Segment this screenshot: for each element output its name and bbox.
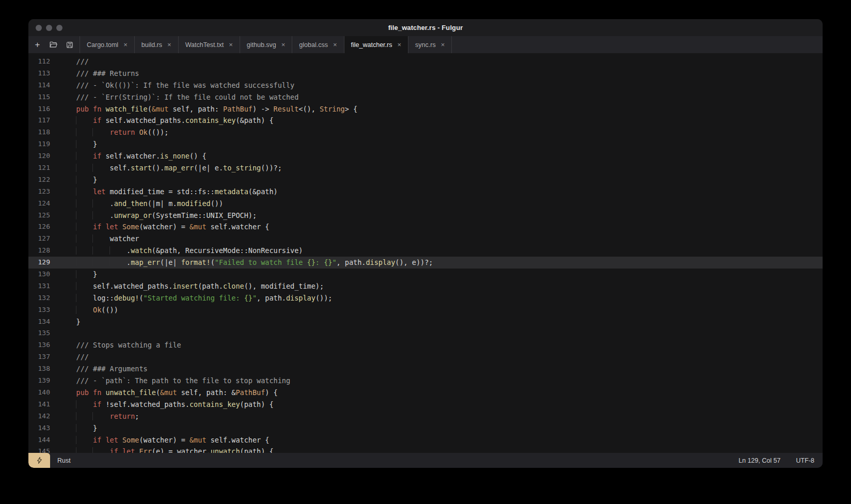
code-text: if let Some(watcher) = &mut self.watcher… [50, 434, 269, 446]
code-line[interactable]: 129 .map_err(|e| format!("Failed to watc… [28, 257, 823, 269]
code-line[interactable]: 118 return Ok(()); [28, 127, 823, 138]
editor-window: file_watcher.rs - Fulgur + Cargo.toml× [28, 19, 823, 468]
code-line[interactable]: 141 if !self.watched_paths.contains_key(… [28, 399, 823, 411]
code-line[interactable]: 128 .watch(&path, RecursiveMode::NonRecu… [28, 245, 823, 257]
code-line[interactable]: 119 } [28, 138, 823, 150]
code-line[interactable]: 116 pub fn watch_file(&mut self, path: P… [28, 103, 823, 115]
tab-close-icon[interactable]: × [229, 41, 233, 48]
code-line[interactable]: 143 } [28, 422, 823, 434]
cursor-position[interactable]: Ln 129, Col 57 [738, 457, 780, 464]
window-controls [36, 19, 62, 36]
line-number: 114 [28, 80, 50, 91]
tab-close-icon[interactable]: × [167, 41, 171, 48]
code-text: .map_err(|e| format!("Failed to watch fi… [50, 257, 433, 269]
code-text: /// [50, 351, 89, 363]
tab-WatchTest.txt[interactable]: WatchTest.txt× [179, 36, 240, 53]
code-text: pub fn unwatch_file(&mut self, path: &Pa… [50, 387, 278, 399]
code-line[interactable]: 127 watcher [28, 233, 823, 245]
close-window-button[interactable] [36, 25, 42, 31]
code-line[interactable]: 125 .unwrap_or(SystemTime::UNIX_EPOCH); [28, 210, 823, 222]
code-text: self.watched_paths.insert(path.clone(), … [50, 280, 324, 292]
code-line[interactable]: 130 } [28, 269, 823, 280]
code-text: /// - `Err(String)`: If the file could n… [50, 91, 298, 103]
code-line[interactable]: 114 /// - `Ok(())`: If the file was watc… [28, 80, 823, 91]
indent-guide [59, 176, 76, 184]
indent-guide [59, 234, 93, 243]
code-line[interactable]: 120 if self.watcher.is_none() { [28, 150, 823, 162]
tab-build.rs[interactable]: build.rs× [135, 36, 179, 53]
line-number: 139 [28, 375, 50, 387]
line-number: 122 [28, 174, 50, 186]
code-text: return; [50, 411, 139, 422]
line-number: 112 [28, 56, 50, 68]
minimize-window-button[interactable] [46, 25, 52, 31]
tab-file_watcher.rs[interactable]: file_watcher.rs× [344, 36, 409, 53]
code-line[interactable]: 113 /// ### Returns [28, 68, 823, 80]
tab-label: build.rs [141, 41, 162, 49]
code-line[interactable]: 134 } [28, 316, 823, 328]
code-editor[interactable]: 112 ///113 /// ### Returns114 /// - `Ok(… [28, 53, 823, 453]
code-line[interactable]: 142 return; [28, 411, 823, 422]
tab-strip: Cargo.toml×build.rs×WatchTest.txt×github… [80, 36, 452, 53]
code-line[interactable]: 126 if let Some(watcher) = &mut self.wat… [28, 221, 823, 233]
line-number: 121 [28, 162, 50, 174]
code-line[interactable]: 112 /// [28, 56, 823, 68]
line-number: 115 [28, 91, 50, 103]
line-number: 119 [28, 138, 50, 150]
code-line[interactable]: 139 /// - `path`: The path to the file t… [28, 375, 823, 387]
encoding-indicator[interactable]: UTF-8 [796, 457, 814, 464]
line-number: 141 [28, 399, 50, 411]
tab-github.svg[interactable]: github.svg× [240, 36, 293, 53]
code-line[interactable]: 135 [28, 327, 823, 339]
code-line[interactable]: 136 /// Stops watching a file [28, 339, 823, 351]
line-number: 130 [28, 269, 50, 280]
indent-guide [59, 116, 76, 124]
tab-close-icon[interactable]: × [441, 41, 445, 48]
code-text: return Ok(()); [50, 127, 168, 138]
tab-label: Cargo.toml [87, 41, 118, 49]
code-line[interactable]: 117 if self.watched_paths.contains_key(&… [28, 115, 823, 127]
tab-close-icon[interactable]: × [281, 41, 286, 48]
code-line[interactable]: 121 self.start().map_err(|e| e.to_string… [28, 162, 823, 174]
indent-guide [59, 258, 110, 266]
code-line[interactable]: 137 /// [28, 351, 823, 363]
open-folder-icon [49, 40, 58, 49]
code-line[interactable]: 132 log::debug!("Started watching file: … [28, 292, 823, 304]
tab-sync.rs[interactable]: sync.rs× [408, 36, 452, 53]
tab-global.css[interactable]: global.css× [292, 36, 344, 53]
line-number: 143 [28, 422, 50, 434]
code-line[interactable]: 123 let modified_time = std::fs::metadat… [28, 186, 823, 198]
code-text: .unwrap_or(SystemTime::UNIX_EPOCH); [50, 210, 257, 222]
line-number: 134 [28, 316, 50, 328]
line-number: 117 [28, 115, 50, 127]
code-line[interactable]: 140 pub fn unwatch_file(&mut self, path:… [28, 387, 823, 399]
open-file-button[interactable] [45, 36, 61, 53]
indent-guide [59, 223, 76, 231]
title-bar[interactable]: file_watcher.rs - Fulgur [28, 19, 823, 36]
code-text: } [50, 269, 97, 280]
save-file-button[interactable] [61, 36, 77, 53]
code-line[interactable]: 122 } [28, 174, 823, 186]
code-text: .watch(&path, RecursiveMode::NonRecursiv… [50, 245, 303, 257]
code-line[interactable]: 138 /// ### Arguments [28, 363, 823, 375]
code-line[interactable]: 131 self.watched_paths.insert(path.clone… [28, 280, 823, 292]
code-line[interactable]: 124 .and_then(|m| m.modified()) [28, 198, 823, 210]
tab-close-icon[interactable]: × [397, 41, 401, 48]
tab-label: global.css [299, 41, 328, 49]
line-number: 120 [28, 150, 50, 162]
code-line[interactable]: 144 if let Some(watcher) = &mut self.wat… [28, 434, 823, 446]
code-line[interactable]: 115 /// - `Err(String)`: If the file cou… [28, 91, 823, 103]
code-text: Ok(()) [50, 304, 118, 316]
code-line[interactable]: 145 if let Err(e) = watcher.unwatch(path… [28, 446, 823, 453]
code-line[interactable]: 133 Ok(()) [28, 304, 823, 316]
status-bar: Rust Ln 129, Col 57 UTF-8 [28, 453, 823, 468]
new-file-button[interactable]: + [29, 36, 45, 53]
tab-close-icon[interactable]: × [123, 41, 128, 48]
indent-guide [59, 436, 76, 444]
language-indicator[interactable]: Rust [57, 457, 71, 464]
tab-Cargo.toml[interactable]: Cargo.toml× [80, 36, 135, 53]
tab-close-icon[interactable]: × [333, 41, 337, 48]
code-text: pub fn watch_file(&mut self, path: PathB… [50, 103, 357, 115]
activity-badge[interactable] [28, 453, 50, 468]
zoom-window-button[interactable] [56, 25, 62, 31]
